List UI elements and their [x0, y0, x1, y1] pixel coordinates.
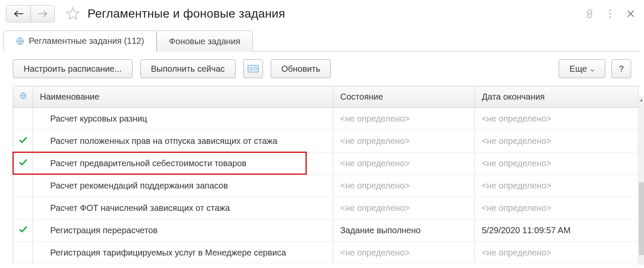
row-end-date-cell: <не определено>: [475, 152, 639, 175]
row-end-date-cell: <не определено>: [475, 175, 639, 197]
col-header-state[interactable]: Состояние: [333, 86, 475, 108]
toolbar: Настроить расписание... Выполнить сейчас…: [0, 52, 644, 86]
table-header-row: Наименование Состояние Дата окончания: [13, 86, 639, 108]
check-icon: [18, 225, 28, 234]
run-now-button[interactable]: Выполнить сейчас: [140, 59, 236, 78]
favorite-star-icon[interactable]: [64, 5, 82, 22]
tabs-container: Регламентные задания (112) Фоновые задан…: [0, 30, 644, 52]
row-state-cell: <не определено>: [333, 175, 475, 197]
row-end-date-cell: <не определено>: [475, 242, 639, 264]
col-header-icon[interactable]: [13, 86, 33, 108]
scroll-up-icon[interactable]: ▲: [638, 96, 644, 103]
row-name: Регистрация тарифицируемых услуг в Менед…: [40, 248, 326, 258]
row-name-cell: Регистрация перерасчетов: [33, 219, 333, 242]
nav-button-group: [6, 5, 55, 22]
row-name-cell: Регистрация тарифицируемых услуг в Менед…: [33, 242, 333, 264]
svg-point-1: [609, 13, 611, 15]
row-name-cell: Расчет положенных прав на отпуска завися…: [33, 130, 333, 152]
help-button[interactable]: ?: [611, 59, 631, 78]
svg-point-5: [250, 67, 252, 70]
row-end-date-cell: <не определено>: [475, 197, 639, 219]
table-row[interactable]: Расчет рекомендаций поддержания запасов<…: [13, 175, 639, 197]
row-state-cell: <не определено>: [333, 130, 475, 152]
row-name-cell: Расчет курсовых разниц: [33, 108, 333, 130]
button-label: Выполнить сейчас: [151, 64, 225, 74]
row-state-cell: <не определено>: [333, 242, 475, 264]
table-row[interactable]: Регистрация перерасчетовЗадание выполнен…: [13, 219, 639, 242]
kebab-menu-icon[interactable]: [605, 8, 616, 19]
table-row[interactable]: Расчет предварительной себестоимости тов…: [13, 152, 639, 175]
row-state-cell: Задание выполнено: [333, 219, 475, 242]
forward-button[interactable]: [30, 6, 54, 22]
table-area: Наименование Состояние Дата окончания Ра…: [0, 86, 644, 264]
row-name-cell: Расчет рекомендаций поддержания запасов: [33, 175, 333, 197]
row-name: Расчет курсовых разниц: [40, 114, 326, 124]
row-check-cell: [13, 108, 33, 130]
vertical-scrollbar[interactable]: ▲: [638, 96, 644, 265]
svg-point-0: [609, 9, 611, 11]
row-state-cell: <не определено>: [333, 108, 475, 130]
link-icon[interactable]: [584, 8, 595, 19]
refresh-button[interactable]: Обновить: [271, 59, 331, 78]
table-row[interactable]: Регистрация тарифицируемых услуг в Менед…: [13, 242, 639, 264]
row-name: Расчет положенных прав на отпуска завися…: [40, 136, 326, 146]
svg-point-2: [609, 16, 611, 18]
row-check-cell: [13, 219, 33, 242]
arrow-left-icon: [13, 10, 24, 17]
jobs-table: Наименование Состояние Дата окончания Ра…: [13, 86, 639, 264]
row-name-cell: Расчет предварительной себестоимости тов…: [33, 152, 333, 175]
record-button[interactable]: [243, 59, 263, 78]
button-label: Обновить: [281, 64, 320, 74]
row-check-cell: [13, 242, 33, 264]
row-state-cell: <не определено>: [333, 152, 475, 175]
cassette-icon: [248, 65, 259, 73]
caret-down-icon: [590, 64, 595, 74]
row-state-cell: <не определено>: [333, 197, 475, 219]
row-end-date-cell: <не определено>: [475, 108, 639, 130]
row-check-cell: [13, 175, 33, 197]
page-title: Регламентные и фоновые задания: [88, 7, 285, 21]
globe-icon: [19, 92, 27, 100]
tab-bar: Регламентные задания (112) Фоновые задан…: [3, 30, 641, 52]
row-name: Расчет предварительной себестоимости тов…: [40, 158, 326, 168]
schedule-button[interactable]: Настроить расписание...: [13, 59, 133, 78]
header-actions: [584, 8, 638, 19]
table-row[interactable]: Расчет курсовых разниц<не определено><не…: [13, 108, 639, 130]
button-label: Еще: [569, 64, 587, 74]
globe-icon: [16, 37, 24, 46]
row-name-cell: Расчет ФОТ начислений зависящих от стажа: [33, 197, 333, 219]
check-icon: [18, 135, 28, 145]
toolbar-right: Еще ?: [559, 59, 631, 78]
arrow-right-icon: [38, 10, 48, 17]
back-button[interactable]: [6, 6, 30, 22]
row-check-cell: [13, 130, 33, 152]
col-header-name[interactable]: Наименование: [33, 86, 333, 108]
row-check-cell: [13, 197, 33, 219]
check-icon: [18, 158, 28, 167]
button-label: Настроить расписание...: [24, 64, 122, 74]
more-button[interactable]: Еще: [559, 59, 605, 78]
table-row[interactable]: Расчет положенных прав на отпуска завися…: [13, 130, 639, 152]
tab-scheduled-jobs[interactable]: Регламентные задания (112): [3, 30, 157, 52]
tab-label: Фоновые задания: [169, 37, 240, 46]
col-header-end-date[interactable]: Дата окончания: [475, 86, 639, 108]
scroll-thumb[interactable]: [639, 182, 644, 255]
row-name: Расчет рекомендаций поддержания запасов: [40, 181, 326, 191]
row-name: Регистрация перерасчетов: [40, 225, 326, 235]
close-icon[interactable]: [625, 8, 636, 19]
header-bar: Регламентные и фоновые задания: [0, 0, 644, 30]
row-check-cell: [13, 152, 33, 175]
row-end-date-cell: <не определено>: [475, 130, 639, 152]
table-row[interactable]: Расчет ФОТ начислений зависящих от стажа…: [13, 197, 639, 219]
svg-point-6: [254, 67, 257, 70]
row-end-date-cell: 5/29/2020 11:09:57 AM: [475, 219, 639, 242]
tab-label: Регламентные задания (112): [29, 36, 144, 46]
tab-background-jobs[interactable]: Фоновые задания: [157, 30, 253, 52]
row-name: Расчет ФОТ начислений зависящих от стажа: [40, 203, 326, 213]
button-label: ?: [619, 64, 623, 74]
